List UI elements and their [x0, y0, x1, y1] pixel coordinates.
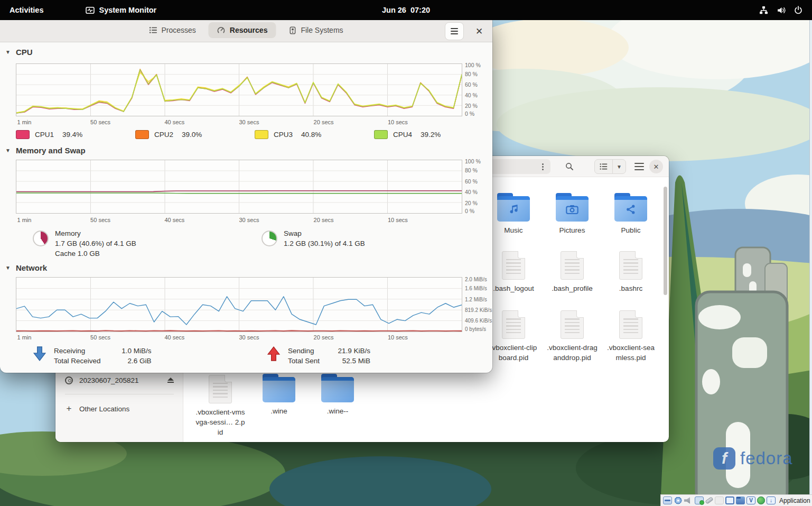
- memory-detail: 1.7 GB (40.6%) of 4.1 GB: [55, 240, 136, 247]
- plus-icon: +: [65, 403, 73, 414]
- files-close-button[interactable]: ✕: [649, 160, 663, 173]
- network-section-title: Network: [16, 263, 47, 272]
- activities-button[interactable]: Activities: [0, 0, 53, 20]
- cpu3-legend-item[interactable]: CPU3 40.8%: [255, 130, 321, 139]
- vbox-usb-icon: [705, 496, 713, 504]
- file-label: .wine: [254, 406, 304, 416]
- focused-app-name: System Monitor: [99, 6, 156, 14]
- file-label: .vboxclient-draganddrop.pid: [547, 343, 598, 363]
- sending-rate: 21.9 KiB/s: [338, 347, 371, 355]
- vbox-optical-disc-icon: [674, 496, 683, 504]
- resources-icon: [217, 26, 226, 34]
- network-wired-icon: [759, 6, 768, 15]
- cpu-section-header[interactable]: ▼ CPU: [5, 48, 33, 57]
- text-file-icon: [561, 251, 584, 280]
- sending-arrow-icon: [267, 346, 281, 362]
- collapse-chevron-icon: ▼: [5, 49, 11, 55]
- tab-resources[interactable]: Resources: [209, 22, 276, 38]
- tab-processes[interactable]: Processes: [141, 22, 204, 38]
- cpu1-percent: 39.4%: [62, 131, 82, 139]
- network-x-axis: 1 min 50 secs 40 secs 30 secs 20 secs 10…: [16, 334, 462, 342]
- cpu-legend: CPU1 39.4% CPU2 39.0% CPU3 40.8% CPU4 39…: [0, 130, 492, 143]
- host-window-edge: [809, 20, 812, 494]
- sidebar-separator: [65, 394, 174, 394]
- cpu4-legend-item[interactable]: CPU4 39.2%: [374, 130, 441, 139]
- file-item-wine2[interactable]: .wine--: [310, 373, 365, 416]
- file-item-wine[interactable]: .wine: [251, 373, 306, 416]
- file-item-vbox-draganddrop[interactable]: .vboxclient-draganddrop.pid: [545, 308, 600, 363]
- memory-section-header[interactable]: ▼ Memory and Swap: [5, 146, 86, 155]
- file-label: .bash_profile: [547, 283, 598, 293]
- list-view-icon[interactable]: [595, 163, 612, 170]
- file-item-bash-profile[interactable]: .bash_profile: [545, 249, 600, 293]
- vbox-mode-label: Application: [779, 497, 810, 504]
- cpu2-swatch: [135, 130, 149, 139]
- memory-section-title: Memory and Swap: [16, 146, 86, 155]
- cpu3-swatch: [255, 130, 268, 139]
- cpu-section-title: CPU: [16, 48, 33, 57]
- cpu-x-axis: 1 min 50 secs 40 secs 30 secs 20 secs 10…: [16, 119, 462, 126]
- memory-cache: Cache 1.0 GB: [55, 250, 100, 257]
- network-y-axis: 2.0 MiB/s 1.6 MiB/s 1.2 MiB/s 819.2 KiB/…: [465, 277, 496, 332]
- file-systems-icon: [288, 26, 296, 34]
- files-menu-button[interactable]: [632, 160, 646, 173]
- memory-pie-icon: [33, 231, 49, 246]
- receiving-label: Receiving: [54, 347, 85, 355]
- file-item-bashrc[interactable]: .bashrc: [603, 249, 658, 293]
- disc-icon: [65, 376, 73, 384]
- text-file-icon: [209, 375, 232, 403]
- folder-share-icon: [614, 196, 647, 222]
- total-sent-value: 52.5 MiB: [342, 357, 370, 365]
- file-label: .bashrc: [605, 283, 656, 293]
- view-toggle[interactable]: ▼: [594, 159, 626, 174]
- memory-label: Memory: [55, 229, 81, 237]
- collapse-chevron-icon: ▼: [5, 148, 11, 153]
- file-label: Music: [488, 225, 539, 235]
- tab-file-systems[interactable]: File Systems: [280, 22, 351, 38]
- system-tray[interactable]: [755, 0, 807, 20]
- fedora-logo: f fedora: [713, 447, 793, 470]
- sidebar-item-other-locations[interactable]: + Other Locations: [60, 400, 179, 417]
- focused-app-menu[interactable]: System Monitor: [86, 6, 156, 15]
- tab-label: File Systems: [301, 26, 343, 34]
- sending-label: Sending: [288, 347, 314, 355]
- collapse-chevron-icon: ▼: [5, 265, 11, 271]
- clock[interactable]: Jun 26 07:20: [382, 6, 430, 14]
- receiving-arrow-icon: [33, 346, 46, 362]
- more-options-icon[interactable]: [538, 163, 547, 170]
- eject-icon[interactable]: [167, 378, 174, 383]
- file-item-public[interactable]: Public: [603, 192, 658, 235]
- files-scrollbar[interactable]: [664, 187, 667, 295]
- text-file-icon: [502, 310, 525, 339]
- receiving-rate: 1.0 MiB/s: [122, 347, 151, 355]
- cpu-y-axis: 100 % 80 % 60 % 40 % 20 % 0 %: [465, 63, 496, 116]
- close-button[interactable]: ✕: [471, 23, 487, 39]
- text-file-icon: [561, 310, 584, 339]
- swap-summary: Swap 1.2 GB (30.1%) of 4.1 GB: [262, 228, 365, 249]
- vbox-audio-icon: [684, 496, 693, 504]
- total-received-label: Total Received: [54, 357, 101, 365]
- view-options-chevron-icon[interactable]: ▼: [613, 164, 626, 170]
- file-label: Pictures: [547, 225, 598, 235]
- file-item-vbox-vmsvga[interactable]: .vboxclient-vmsvga-sessi… 2.pid: [193, 373, 248, 437]
- vbox-network-icon: [695, 496, 704, 504]
- memory-x-axis: 1 min 50 secs 40 secs 30 secs 20 secs 10…: [16, 217, 462, 224]
- fedora-wordmark: fedora: [740, 448, 793, 468]
- cpu4-percent: 39.2%: [421, 131, 441, 139]
- vbox-status-bar: V ↓ Application: [660, 494, 812, 506]
- folder-icon: [263, 377, 295, 402]
- system-monitor-app-icon: [86, 6, 95, 15]
- primary-menu-button[interactable]: [445, 22, 464, 40]
- search-icon: [565, 162, 574, 171]
- cpu1-legend-item[interactable]: CPU1 39.4%: [16, 130, 82, 139]
- file-item-vbox-seamless[interactable]: .vboxclient-seamless.pid: [603, 308, 658, 363]
- desktop: f fedora ▼ ✕ 20230607_20582: [0, 0, 812, 506]
- sidebar-volume-label: 20230607_205821: [79, 376, 161, 384]
- total-sent-label: Total Sent: [288, 357, 320, 365]
- network-section-header[interactable]: ▼ Network: [5, 263, 47, 272]
- cpu2-legend-item[interactable]: CPU2 39.0%: [135, 130, 202, 139]
- search-button[interactable]: [562, 159, 577, 174]
- power-icon: [794, 6, 802, 14]
- file-item-pictures[interactable]: Pictures: [545, 192, 600, 235]
- sidebar-item-volume[interactable]: 20230607_205821: [60, 372, 179, 389]
